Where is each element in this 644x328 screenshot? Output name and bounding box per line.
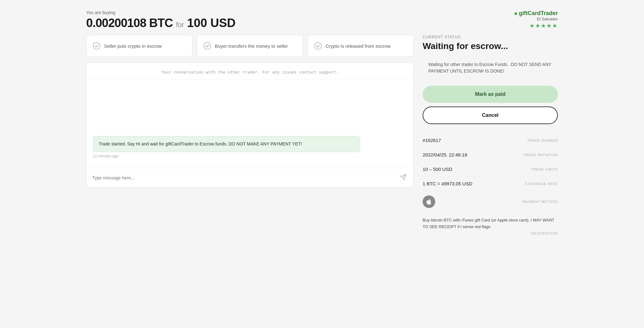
step1-text: Seller puts crypto in escrow bbox=[104, 43, 162, 49]
step2-text: Buyer transfers the money to seller bbox=[215, 43, 288, 49]
mark-paid-button[interactable]: Mark as paid bbox=[423, 86, 558, 103]
trade-limits-value: 10 – 500 USD bbox=[423, 167, 452, 172]
exchange-rate-value: 1 BTC = 49973.05 USD bbox=[423, 181, 472, 186]
trade-initiation-row: 2022/04/25, 22:46:18 TRADE INITIATION bbox=[423, 148, 558, 162]
trader-stars: ★★★★★ bbox=[514, 22, 558, 29]
chat-input-row bbox=[86, 168, 414, 187]
trader-location: El Salvador bbox=[514, 17, 558, 21]
step-2-card: Buyer transfers the money to seller bbox=[197, 35, 303, 57]
trade-number-value: #162617 bbox=[423, 138, 441, 143]
message-time: 12 minutes ago bbox=[93, 154, 407, 158]
chat-messages: Trade started. Say Hi and wait for giftC… bbox=[86, 80, 414, 168]
status-title: Waiting for escrow... bbox=[423, 41, 558, 51]
svg-point-0 bbox=[93, 42, 100, 49]
btc-amount: 0.00200108 BTC bbox=[86, 16, 173, 30]
usd-amount: 100 USD bbox=[187, 16, 236, 30]
left-panel: Seller puts crypto in escrow Buyer trans… bbox=[86, 35, 414, 188]
step1-check-icon bbox=[93, 42, 100, 50]
trader-name: giftCardTrader bbox=[514, 10, 558, 17]
escrow-warning: Waiting for other trader to Escrow Funds… bbox=[423, 56, 558, 79]
trade-details: #162617 TRADE NUMBER 2022/04/25, 22:46:1… bbox=[423, 133, 558, 240]
send-button[interactable] bbox=[398, 172, 408, 183]
step-1-card: Seller puts crypto in escrow bbox=[86, 35, 192, 57]
right-panel: CURRENT STATUS Waiting for escrow... Wai… bbox=[423, 35, 558, 240]
step3-text: Crypto is released from escrow bbox=[325, 43, 391, 49]
cancel-button[interactable]: Cancel bbox=[423, 107, 558, 124]
trade-number-row: #162617 TRADE NUMBER bbox=[423, 133, 558, 148]
svg-point-1 bbox=[204, 42, 211, 49]
exchange-rate-row: 1 BTC = 49973.05 USD EXCHANGE RATE bbox=[423, 177, 558, 191]
for-text: for bbox=[176, 21, 184, 29]
description-label: DESCRIPTION bbox=[423, 232, 558, 235]
step3-check-icon bbox=[314, 42, 322, 50]
current-status-label: CURRENT STATUS bbox=[423, 35, 558, 39]
online-dot bbox=[514, 12, 517, 15]
step-3-card: Crypto is released from escrow bbox=[308, 35, 414, 57]
payment-method-label: PAYMENT METHOD bbox=[522, 200, 558, 204]
chat-input[interactable] bbox=[92, 175, 395, 180]
trader-info: giftCardTrader El Salvador ★★★★★ bbox=[514, 10, 558, 29]
message-bubble: Trade started. Say Hi and wait for giftC… bbox=[93, 136, 360, 152]
trade-initiation-value: 2022/04/25, 22:46:18 bbox=[423, 152, 467, 157]
chat-header-text: Your conversation with the other trader.… bbox=[86, 63, 414, 80]
svg-point-2 bbox=[314, 42, 321, 49]
payment-method-row: PAYMENT METHOD bbox=[423, 191, 558, 213]
apple-pay-icon bbox=[423, 195, 435, 208]
trade-initiation-label: TRADE INITIATION bbox=[523, 153, 558, 157]
description-text: Buy bitcoin BTC with iTunes gift Card (o… bbox=[423, 217, 558, 230]
exchange-rate-label: EXCHANGE RATE bbox=[525, 182, 558, 186]
trade-number-label: TRADE NUMBER bbox=[527, 139, 558, 142]
buying-label: You are buying bbox=[86, 10, 236, 15]
step2-check-icon bbox=[203, 42, 211, 50]
steps-row: Seller puts crypto in escrow Buyer trans… bbox=[86, 35, 414, 57]
trade-limits-row: 10 – 500 USD TRADE LIMITS bbox=[423, 162, 558, 177]
trade-limits-label: TRADE LIMITS bbox=[531, 167, 558, 171]
chat-panel: Your conversation with the other trader.… bbox=[86, 63, 414, 188]
description-section: Buy bitcoin BTC with iTunes gift Card (o… bbox=[423, 213, 558, 240]
